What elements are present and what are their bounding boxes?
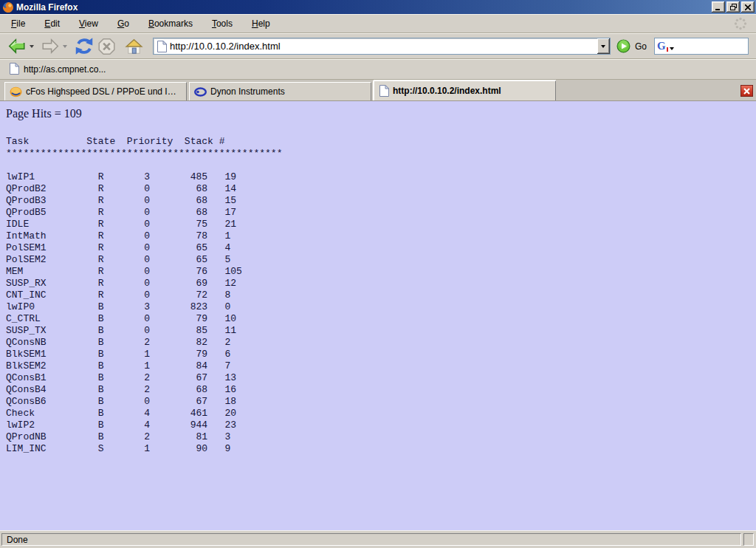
- status-resize-panel: [743, 533, 754, 546]
- tab-1[interactable]: cFos Highspeed DSL / PPPoE und ISDN CAP.…: [4, 82, 187, 100]
- status-panel: Done: [1, 533, 741, 546]
- page-content: Page Hits = 109 Task State Priority Stac…: [0, 101, 756, 530]
- search-input[interactable]: [676, 41, 746, 52]
- reload-button[interactable]: [72, 36, 96, 56]
- dynon-icon: [194, 87, 207, 97]
- menu-go[interactable]: Go: [111, 16, 136, 32]
- home-icon: [123, 37, 145, 56]
- menu-view[interactable]: View: [72, 16, 105, 32]
- menu-bookmarks[interactable]: Bookmarks: [142, 16, 199, 32]
- firefox-window: Mozilla Firefox FileEditViewGoBookmarksT…: [0, 0, 756, 548]
- url-dropdown-caret: [601, 45, 605, 48]
- search-box: G: [654, 38, 749, 55]
- tab-2[interactable]: Dynon Instruments: [189, 82, 371, 100]
- close-button[interactable]: [741, 1, 755, 13]
- tab-label: http://10.0.10.2/index.html: [393, 86, 501, 96]
- status-text: Done: [7, 535, 28, 545]
- tab-label: Dynon Instruments: [210, 86, 285, 97]
- back-button[interactable]: [6, 37, 28, 56]
- forward-arrow-icon: [40, 37, 61, 56]
- menu-bar: FileEditViewGoBookmarksToolsHelp: [0, 14, 756, 33]
- bookmarks-toolbar: http://as.cmpnet.co...: [0, 59, 756, 80]
- stop-button[interactable]: [96, 37, 117, 56]
- page-icon: [157, 41, 167, 52]
- tab-3[interactable]: http://10.0.10.2/index.html: [374, 81, 556, 100]
- go-label: Go: [635, 41, 647, 52]
- reload-icon: [73, 36, 95, 56]
- menu-help[interactable]: Help: [245, 16, 277, 32]
- page-icon: [379, 85, 389, 97]
- tab-label: cFos Highspeed DSL / PPPoE und ISDN CAP.…: [26, 86, 182, 97]
- search-engine-caret[interactable]: [670, 47, 674, 50]
- go-button[interactable]: Go: [616, 39, 647, 53]
- title-bar: Mozilla Firefox: [0, 0, 756, 14]
- bookmark-label: http://as.cmpnet.co...: [24, 64, 106, 75]
- back-dropdown-caret[interactable]: [30, 45, 34, 48]
- task-table: Task State Priority Stack # ************…: [6, 136, 756, 455]
- restore-button[interactable]: [726, 1, 740, 13]
- menu-tools[interactable]: Tools: [205, 16, 239, 32]
- page-hits: Page Hits = 109: [6, 107, 756, 120]
- minimize-button[interactable]: [712, 1, 725, 13]
- close-tab-button[interactable]: [740, 85, 753, 97]
- google-icon: G: [657, 41, 667, 52]
- bookmark-item[interactable]: http://as.cmpnet.co...: [6, 61, 109, 79]
- menu-edit[interactable]: Edit: [38, 16, 66, 32]
- forward-dropdown-caret[interactable]: [63, 45, 67, 48]
- menu-file[interactable]: File: [4, 16, 32, 32]
- stop-icon: [97, 37, 117, 56]
- url-bar: [153, 38, 611, 55]
- page-icon: [9, 63, 19, 77]
- status-bar: Done: [0, 530, 756, 548]
- home-button[interactable]: [123, 37, 145, 56]
- tab-bar: cFos Highspeed DSL / PPPoE und ISDN CAP.…: [0, 80, 756, 101]
- go-icon: [616, 39, 630, 53]
- forward-button[interactable]: [39, 37, 61, 56]
- throbber-icon: [734, 17, 747, 30]
- window-title: Mozilla Firefox: [16, 2, 712, 13]
- window-controls: [712, 1, 755, 13]
- cfos-icon: [10, 86, 22, 97]
- url-dropdown-button[interactable]: [597, 38, 610, 54]
- firefox-logo-icon: [2, 1, 14, 13]
- url-input[interactable]: [170, 39, 597, 53]
- navigation-toolbar: Go G: [0, 33, 756, 59]
- back-arrow-icon: [7, 37, 27, 56]
